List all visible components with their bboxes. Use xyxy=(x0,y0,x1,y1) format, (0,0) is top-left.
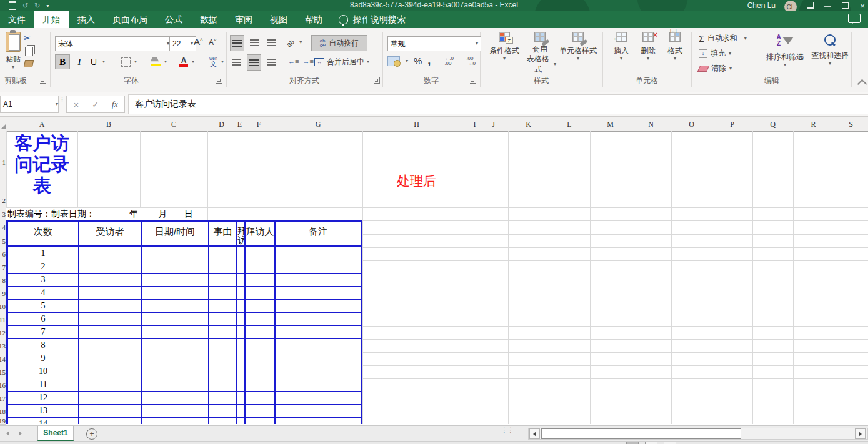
empty-cell[interactable] xyxy=(142,405,209,418)
font-color-dropdown-icon[interactable]: ▾ xyxy=(192,59,194,64)
table-header-cell[interactable]: 拜访人 xyxy=(237,222,246,247)
column-header-O[interactable]: O xyxy=(671,117,712,132)
empty-cell[interactable] xyxy=(142,365,209,378)
row-header-19[interactable]: 19 xyxy=(0,418,6,425)
page-break-view-icon[interactable] xyxy=(664,442,676,444)
tell-me-search[interactable]: 操作说明搜索 xyxy=(339,11,406,28)
row-header-10[interactable]: 10 xyxy=(0,300,6,313)
find-select-button[interactable]: 查找和选择 ▾ xyxy=(810,32,850,66)
phonetic-guide-icon[interactable]: wén 文 xyxy=(209,57,217,67)
row-header-11[interactable]: 11 xyxy=(0,313,6,327)
column-header-D[interactable]: D xyxy=(207,117,236,132)
center-button[interactable] xyxy=(247,54,261,71)
page-layout-view-icon[interactable] xyxy=(645,442,657,444)
number-format-select[interactable]: 常规▾ xyxy=(387,36,481,51)
empty-cell[interactable] xyxy=(79,405,142,418)
conditional-formatting-button[interactable]: ≠ 条件格式 ▾ xyxy=(486,32,522,61)
empty-cell[interactable] xyxy=(237,418,246,424)
empty-cell[interactable] xyxy=(142,352,209,365)
empty-cell[interactable] xyxy=(209,418,237,424)
bold-button[interactable]: B xyxy=(55,54,70,69)
splitter-dots[interactable]: ⋮⋮ xyxy=(501,428,514,432)
empty-cell[interactable] xyxy=(237,247,246,260)
cell-a1-title[interactable]: 客户访问记录表 xyxy=(7,132,76,194)
row-header-14[interactable]: 14 xyxy=(0,352,6,366)
column-header-A[interactable]: A xyxy=(6,117,78,132)
number-dialog-launcher[interactable] xyxy=(470,77,476,84)
minimize-button[interactable]: — xyxy=(823,2,832,9)
visit-number-cell[interactable]: 10 xyxy=(8,365,79,378)
empty-cell[interactable] xyxy=(79,247,142,260)
empty-cell[interactable] xyxy=(276,339,361,352)
empty-cell[interactable] xyxy=(246,352,276,365)
column-header-N[interactable]: N xyxy=(631,117,672,132)
copy-icon[interactable] xyxy=(25,47,33,56)
empty-cell[interactable] xyxy=(142,378,209,392)
table-header-cell[interactable]: 事由 xyxy=(209,222,237,247)
horizontal-scrollbar-thumb[interactable] xyxy=(541,428,741,439)
orientation-dropdown-icon[interactable]: ▾ xyxy=(299,40,302,51)
empty-cell[interactable] xyxy=(237,392,246,405)
align-right-button[interactable] xyxy=(265,54,278,69)
column-header-M[interactable]: M xyxy=(590,117,631,132)
accounting-format-icon[interactable] xyxy=(387,56,400,66)
column-header-Q[interactable]: Q xyxy=(752,117,794,132)
percent-style-icon[interactable]: % xyxy=(414,56,422,66)
empty-cell[interactable] xyxy=(246,247,276,260)
visit-number-cell[interactable]: 1 xyxy=(8,247,79,260)
column-header-B[interactable]: B xyxy=(77,117,141,132)
cell-h1-processed-label[interactable]: 处理后 xyxy=(362,172,471,189)
empty-cell[interactable] xyxy=(209,365,237,378)
empty-cell[interactable] xyxy=(246,392,276,405)
empty-cell[interactable] xyxy=(209,378,237,392)
empty-cell[interactable] xyxy=(209,247,237,260)
autosum-button[interactable]: Σ 自动求和▾ xyxy=(699,33,747,44)
sort-filter-button[interactable]: AZ 排序和筛选 ▾ xyxy=(761,32,809,67)
empty-cell[interactable] xyxy=(209,405,237,418)
cell-styles-button[interactable]: 单元格样式 ▾ xyxy=(557,32,599,61)
empty-cell[interactable] xyxy=(142,339,209,352)
empty-cell[interactable] xyxy=(246,405,276,418)
tab-视图[interactable]: 视图 xyxy=(261,11,296,28)
column-header-I[interactable]: I xyxy=(471,117,479,132)
empty-cell[interactable] xyxy=(276,247,361,260)
column-header-L[interactable]: L xyxy=(549,117,591,132)
empty-cell[interactable] xyxy=(209,300,237,313)
formula-input[interactable]: 客户访问记录表 xyxy=(128,94,868,114)
accounting-dropdown-icon[interactable]: ▾ xyxy=(406,59,408,64)
fx-icon[interactable]: fx xyxy=(112,99,117,109)
empty-cell[interactable] xyxy=(209,326,237,339)
name-box[interactable]: A1▾ xyxy=(0,96,59,113)
enter-icon[interactable]: ✓ xyxy=(92,100,99,109)
tab-插入[interactable]: 插入 xyxy=(69,11,104,28)
tab-页面布局[interactable]: 页面布局 xyxy=(104,11,156,28)
empty-cell[interactable] xyxy=(246,260,276,274)
increase-font-icon[interactable]: A˄ xyxy=(194,36,203,47)
row-header-6[interactable]: 6 xyxy=(0,247,6,261)
empty-cell[interactable] xyxy=(79,313,142,326)
visit-number-cell[interactable]: 11 xyxy=(8,378,79,392)
column-header-F[interactable]: F xyxy=(244,117,274,132)
visit-number-cell[interactable]: 5 xyxy=(8,300,79,313)
visit-number-cell[interactable]: 9 xyxy=(8,352,79,365)
empty-cell[interactable] xyxy=(237,313,246,326)
empty-cell[interactable] xyxy=(276,287,361,300)
empty-cell[interactable] xyxy=(79,339,142,352)
column-header-S[interactable]: S xyxy=(834,117,868,132)
empty-cell[interactable] xyxy=(79,326,142,339)
empty-cell[interactable] xyxy=(276,352,361,365)
row-header-8[interactable]: 8 xyxy=(0,274,6,287)
empty-cell[interactable] xyxy=(246,287,276,300)
visit-number-cell[interactable]: 12 xyxy=(8,392,79,405)
visit-number-cell[interactable]: 8 xyxy=(8,339,79,352)
empty-cell[interactable] xyxy=(276,326,361,339)
empty-cell[interactable] xyxy=(246,365,276,378)
empty-cell[interactable] xyxy=(276,300,361,313)
comments-icon[interactable] xyxy=(848,14,861,23)
empty-cell[interactable] xyxy=(142,300,209,313)
empty-cell[interactable] xyxy=(79,392,142,405)
font-size-select[interactable]: 22▾ xyxy=(169,36,196,51)
empty-cell[interactable] xyxy=(209,392,237,405)
tab-帮助[interactable]: 帮助 xyxy=(296,11,331,28)
table-header-cell[interactable]: 受访者 xyxy=(79,222,142,247)
